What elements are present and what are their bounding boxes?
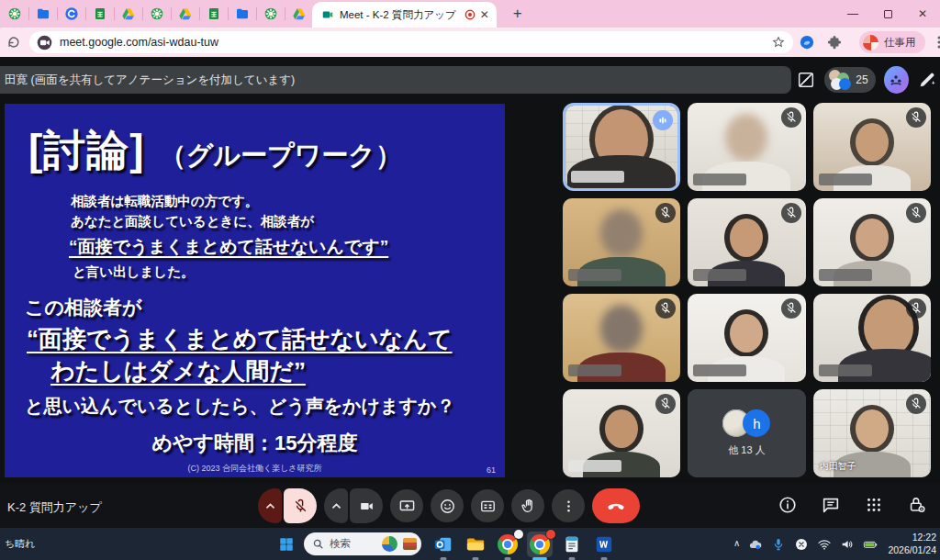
gear-green-pinned-tab[interactable] [7, 6, 22, 21]
slide-line: と言い出しました。 [73, 263, 505, 281]
mic-options-chevron[interactable] [258, 488, 282, 523]
pinned-tab-separator [142, 7, 143, 20]
overflow-tile[interactable]: h 他 13 人 [688, 389, 805, 477]
banner-actions: 25 [795, 64, 938, 95]
extension-blue-icon[interactable] [799, 34, 815, 50]
word-taskbar-icon[interactable] [591, 532, 617, 557]
volume-icon[interactable] [840, 537, 855, 552]
mic-muted-icon [781, 203, 801, 223]
participant-tile[interactable] [813, 294, 931, 382]
search-highlight-icon [382, 536, 397, 552]
participant-count: 25 [856, 73, 867, 86]
new-tab-button[interactable]: + [508, 5, 528, 23]
profile-avatar [863, 35, 878, 50]
pinned-tab-separator [28, 7, 29, 20]
outlook-taskbar-icon[interactable] [431, 532, 456, 557]
chrome-taskbar-icon[interactable] [495, 532, 520, 557]
more-options-button[interactable] [552, 489, 585, 522]
onedrive-cloud-icon[interactable] [748, 537, 763, 552]
mic-muted-icon [781, 298, 801, 319]
chat-icon[interactable] [821, 495, 841, 515]
camera-options-chevron[interactable] [324, 488, 348, 523]
sheets-green-pinned-tab[interactable] [207, 6, 221, 21]
extensions-puzzle-icon[interactable] [826, 34, 843, 50]
participant-tile[interactable] [563, 389, 680, 477]
tray-overflow-chevron-icon[interactable]: ∧ [733, 538, 740, 550]
close-button[interactable]: ✕ [905, 0, 940, 28]
participant-name-blurred [819, 269, 872, 281]
maximize-icon [884, 10, 892, 18]
active-tab[interactable]: Meet - K-2 質問力アップ ✕ [312, 2, 497, 28]
participant-tile[interactable] [688, 103, 805, 191]
tab-recording-icon [464, 8, 476, 21]
slide-page-number: 61 [487, 465, 496, 475]
wifi-icon[interactable] [817, 537, 832, 552]
chrome-tab-strip: Meet - K-2 質問力アップ ✕ + — ✕ [0, 0, 940, 28]
maximize-button[interactable] [870, 0, 905, 28]
drive-pinned-tab[interactable] [121, 6, 136, 21]
window-controls: — ✕ [835, 0, 940, 28]
raise-hand-button[interactable] [511, 489, 544, 522]
folder-blue-pinned-tab[interactable] [235, 6, 250, 21]
pinned-tab-separator [114, 7, 115, 20]
drive-pinned-tab[interactable] [178, 6, 193, 21]
explorer-taskbar-icon[interactable] [463, 532, 488, 557]
drive-pinned-tab[interactable] [292, 6, 307, 21]
browser-menu-icon[interactable] [933, 34, 940, 50]
taskbar-clock[interactable]: 12:22 2026/01/24 [886, 532, 936, 555]
camera-on-button[interactable] [350, 488, 383, 523]
annotation-pen-icon[interactable] [917, 68, 938, 92]
tab-close-icon[interactable]: ✕ [480, 9, 489, 20]
participant-tile[interactable] [563, 198, 680, 286]
battery-icon[interactable] [863, 537, 878, 552]
meeting-details-icon[interactable] [778, 495, 798, 515]
taskbar-search[interactable]: 検索 [304, 532, 421, 555]
stop-annotation-icon[interactable] [795, 68, 816, 92]
reload-icon[interactable] [6, 34, 22, 50]
reactions-button[interactable] [431, 489, 464, 522]
microphone-in-use-icon[interactable] [771, 537, 786, 552]
slide-line: あなたと面談しているときに、相談者が [71, 212, 505, 232]
participant-name-blurred [819, 364, 872, 376]
gear-green-pinned-tab[interactable] [263, 6, 278, 21]
participant-tile[interactable]: 内田智子 [813, 389, 931, 477]
clock-date: 2026/01/24 [888, 544, 936, 556]
chrome-toolbar: meet.google.com/asi-wdau-tuw 仕事用 [0, 28, 940, 57]
notepad-taskbar-icon[interactable] [559, 532, 585, 557]
participant-tile[interactable] [688, 294, 805, 382]
clock-time: 12:22 [888, 532, 936, 543]
captions-button[interactable] [471, 489, 504, 522]
participant-tile[interactable] [563, 294, 680, 382]
profile-label: 仕事用 [884, 36, 916, 50]
sheets-green-pinned-tab[interactable] [93, 6, 107, 21]
host-controls-lock-icon[interactable] [907, 495, 927, 515]
folder-blue-pinned-tab[interactable] [36, 6, 50, 21]
present-screen-button[interactable] [390, 489, 423, 522]
circle-c-pinned-tab[interactable] [64, 6, 79, 21]
chrome-taskbar-icon[interactable] [527, 532, 553, 557]
address-bar[interactable]: meet.google.com/asi-wdau-tuw [29, 31, 793, 53]
profile-chip[interactable]: 仕事用 [859, 31, 925, 53]
end-call-button[interactable] [592, 488, 640, 523]
slide-copyright: (C) 2023 合同会社働く楽しさ研究所 [5, 463, 505, 475]
others-summary: h 他 13 人 [688, 389, 805, 477]
activities-grid-icon[interactable] [864, 495, 884, 515]
participant-tile[interactable] [688, 198, 805, 286]
gear-green-pinned-tab[interactable] [150, 6, 164, 21]
pinned-tab-separator [85, 7, 86, 20]
app-badge [514, 530, 523, 539]
bookmark-star-icon[interactable] [771, 35, 786, 50]
status-circle-x-icon[interactable] [794, 537, 809, 552]
pinned-tab-separator [228, 7, 229, 20]
participant-name: 内田智子 [820, 460, 856, 473]
mic-muted-button[interactable] [284, 488, 317, 523]
participant-tile[interactable] [813, 198, 931, 286]
search-books-icon [403, 538, 417, 550]
participants-chip[interactable]: 25 [824, 67, 875, 93]
participant-tile[interactable] [813, 103, 931, 191]
weather-widget[interactable]: ち晴れ [5, 537, 36, 551]
participant-tile[interactable] [563, 103, 680, 191]
start-button-icon[interactable] [278, 536, 295, 553]
minimize-button[interactable]: — [835, 0, 870, 28]
companion-gradient-button[interactable] [884, 66, 909, 94]
